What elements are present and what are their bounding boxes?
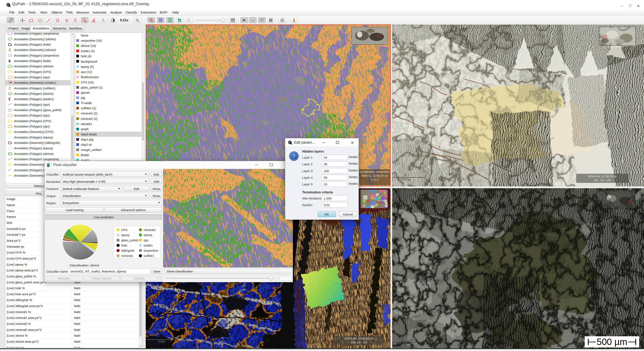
svg-text:μm: μm: [260, 19, 264, 22]
svg-text:?: ?: [293, 153, 295, 159]
